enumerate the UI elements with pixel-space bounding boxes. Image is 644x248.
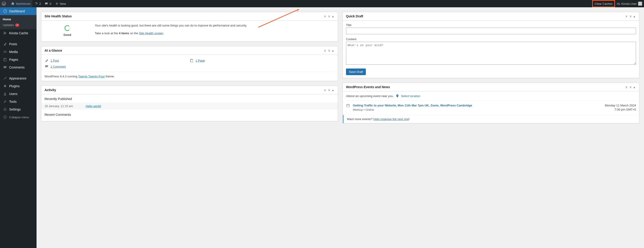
pages-icon [3,58,7,62]
updates-count: 2 [39,2,41,6]
glance-pages: 1 Page [190,58,334,64]
plus-icon [55,2,59,6]
move-up-button[interactable]: ∧ [323,14,327,18]
move-down-button[interactable]: ∨ [327,88,331,92]
sidebar-sub-home[interactable]: Home [0,16,36,22]
widget-title: Activity [44,88,323,92]
sliders-icon [3,107,7,112]
greeting-text: Hi, Kinsta User [617,2,637,6]
comments-link[interactable]: 1 Comment [50,65,66,68]
toggle-button[interactable]: ▴ [331,14,334,18]
draft-content-textarea[interactable] [346,42,636,65]
save-draft-button[interactable]: Save Draft [346,68,366,75]
sidebar-item-pages[interactable]: Pages [0,56,36,64]
toggle-button[interactable]: ▴ [331,88,334,92]
organise-link[interactable]: Help organise the next one [374,118,409,121]
svg-point-9 [4,110,5,111]
toggle-button[interactable]: ▴ [632,85,636,89]
sidebar-sub-updates[interactable]: Updates 2 [0,22,36,28]
widget-header: Site Health Status ∧ ∨ ▴ [41,12,338,20]
sidebar-item-users[interactable]: Users [0,90,36,98]
sidebar-item-media[interactable]: Media [0,48,36,56]
svg-point-8 [5,109,6,110]
widget-title: At a Glance [44,49,323,52]
sidebar-item-dashboard[interactable]: Dashboard [0,7,36,15]
svg-rect-13 [347,104,350,107]
sidebar-item-comments[interactable]: Comments [0,64,36,71]
health-description: Your site's health is looking good, but … [95,23,247,28]
new-label: New [60,2,66,6]
move-down-button[interactable]: ∨ [327,49,331,52]
comment-icon [44,64,49,68]
move-up-button[interactable]: ∧ [323,49,327,52]
site-name-link[interactable]: MyWebsite [9,0,32,7]
location-icon [396,94,399,98]
pages-link[interactable]: 1 Page [196,59,205,62]
move-down-button[interactable]: ∨ [327,14,331,18]
theme-link[interactable]: Twenty Twenty-Four [78,75,105,78]
sidebar-item-kinsta-cache[interactable]: Kinsta Cache [0,29,36,37]
wordpress-icon [2,2,6,6]
move-up-button[interactable]: ∧ [624,14,628,18]
widget-title: Site Health Status [44,14,323,18]
content-label: Content [346,38,636,41]
svg-point-2 [5,11,6,12]
site-health-link[interactable]: Site Health screen [139,32,163,35]
updates-link[interactable]: 2 [32,0,43,7]
sidebar-item-plugins[interactable]: Plugins [0,82,36,90]
glance-posts: 1 Post [44,58,190,64]
pin-icon [3,42,7,46]
at-a-glance-widget: At a Glance ∧ ∨ ▴ 1 Post 1 Page [41,46,338,81]
move-down-button[interactable]: ∨ [628,85,632,89]
updates-badge: 2 [15,24,19,27]
toggle-button[interactable]: ▴ [331,49,334,52]
toggle-button[interactable]: ▴ [632,14,636,18]
comment-icon [44,2,48,6]
widget-title: WordPress Events and News [346,85,624,89]
admin-toolbar: MyWebsite 2 0 New Clear Caches Hi, Kinst… [0,0,644,7]
dashboard-submenu: Home Updates 2 [0,15,36,29]
health-circle-icon [65,25,70,31]
avatar [638,2,642,6]
event-item: Getting Traffic to your Website, Mon 11t… [346,104,636,112]
collapse-menu-button[interactable]: Collapse menu [0,113,36,121]
health-status-label: Good [64,33,71,36]
publish-date: 16 January, 11:15 am [44,104,86,108]
user-account-link[interactable]: Hi, Kinsta User [615,0,644,7]
events-news-widget: WordPress Events and News ∧ ∨ ▴ Attend a… [342,83,640,123]
sidebar-item-settings[interactable]: Settings [0,106,36,113]
move-up-button[interactable]: ∧ [323,88,327,92]
clear-caches-button[interactable]: Clear Caches [592,0,615,7]
new-content-link[interactable]: New [53,0,68,7]
pages-icon [190,58,194,62]
move-up-button[interactable]: ∧ [624,85,628,89]
comments-count: 0 [50,2,51,6]
select-location-link[interactable]: Select location [401,94,420,98]
svg-point-6 [4,93,6,94]
comments-icon [3,65,7,70]
site-health-widget: Site Health Status ∧ ∨ ▴ Good Your site'… [41,12,338,42]
posts-link[interactable]: 1 Post [50,59,59,62]
dashboard-icon [3,9,7,13]
draft-title-input[interactable] [346,28,636,34]
widget-title: Quick Draft [346,14,624,18]
brush-icon [3,76,7,80]
health-indicator: Good [44,23,90,38]
plug-icon [3,84,7,88]
events-footer: Want more events? Help organise the next… [343,115,639,123]
calendar-icon [346,104,350,112]
post-link[interactable]: Hello world! [86,104,101,108]
svg-point-10 [4,116,6,119]
sidebar-item-posts[interactable]: Posts [0,40,36,48]
wp-logo[interactable] [0,0,9,7]
svg-rect-12 [191,60,193,62]
health-action-text: Take a look at the 4 items on the Site H… [95,31,247,36]
attend-text: Attend an upcoming event near you. [346,94,394,98]
quick-draft-widget: Quick Draft ∧ ∨ ▴ Title Content Save Dra… [342,12,640,78]
event-date: Monday 11 March 2024 [605,104,636,108]
move-down-button[interactable]: ∨ [628,14,632,18]
sidebar-item-appearance[interactable]: Appearance [0,74,36,82]
event-link[interactable]: Getting Traffic to your Website, Mon 11t… [353,104,472,107]
sidebar-item-tools[interactable]: Tools [0,98,36,106]
comments-link[interactable]: 0 [43,0,53,7]
